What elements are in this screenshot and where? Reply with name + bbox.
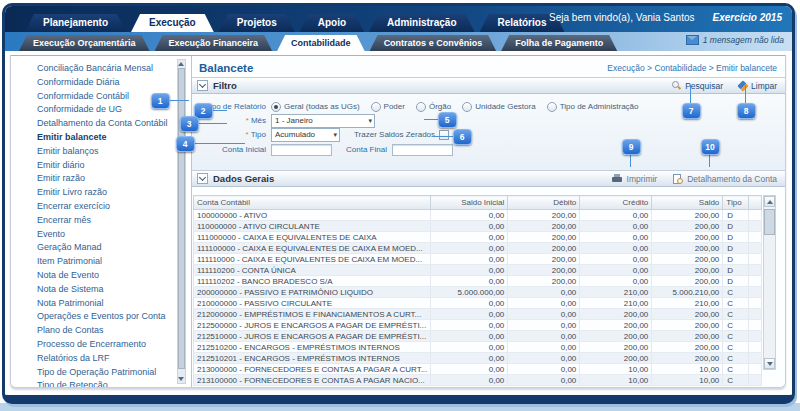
cell: 0,00: [431, 364, 508, 375]
scroll-down-button[interactable]: [764, 358, 775, 369]
type-select[interactable]: Acumulado ▾: [271, 128, 340, 142]
table-row[interactable]: 213000000 - FORNECEDORES E CONTAS A PAGA…: [194, 364, 762, 375]
table-row[interactable]: 110000000 - ATIVO CIRCULANTE0,00200,000,…: [194, 221, 762, 232]
radio-option-poder[interactable]: Poder: [371, 102, 405, 112]
cell: D: [723, 232, 749, 243]
table-row[interactable]: 111100000 - CAIXA E EQUIVALENTES DE CAIX…: [194, 243, 762, 254]
cell: 200,00: [652, 265, 723, 276]
top-menu-tab-apoio[interactable]: Apoio: [300, 14, 364, 32]
table-row[interactable]: 212000000 - EMPRÉSTIMOS E FINANCIAMENTOS…: [194, 309, 762, 320]
radio-icon: [462, 102, 472, 112]
subtab-contratos-e-convenios[interactable]: Contratos e Convênios: [370, 35, 497, 51]
scroll-up-arrow-icon[interactable]: [178, 62, 184, 66]
sidebar-item-tipo-de-retencao[interactable]: Tipo de Retenção: [37, 379, 177, 388]
cell: 111110000 - CAIXA E EQUIVALENTES DE CAIX…: [194, 254, 431, 265]
account-detail-label: Detalhamento da Conta: [687, 174, 777, 184]
scroll-down-arrow-icon[interactable]: [178, 377, 184, 381]
sidebar-item-geracao-manad[interactable]: Geração Manad: [37, 241, 177, 255]
unread-message-link[interactable]: 1 mensagem não lida: [686, 35, 784, 45]
radio-option-orgao[interactable]: Órgão: [416, 102, 451, 112]
cell: 200,00: [580, 331, 652, 342]
callout-badge-7: 7: [682, 103, 701, 119]
table-row[interactable]: 111110200 - CONTA ÚNICA0,00200,000,00200…: [194, 265, 762, 276]
cell: 5.000.210,00: [652, 287, 723, 298]
cell: C: [723, 309, 749, 320]
table-row[interactable]: 212510000 - JUROS E ENCARGOS A PAGAR DE …: [194, 331, 762, 342]
sidebar-item-emitir-razao[interactable]: Emitir razão: [37, 172, 177, 186]
sidebar-item-item-patrimonial[interactable]: Item Patrimonial: [37, 255, 177, 269]
subtab-contabilidade[interactable]: Contabilidade: [277, 35, 365, 51]
sidebar-item-plano-de-contas[interactable]: Plano de Contas: [37, 324, 177, 338]
table-row[interactable]: 111110202 - BANCO BRADESCO S/A0,00200,00…: [194, 276, 762, 287]
accounts-table: Conta ContábilSaldo InicialDébitoCrédito…: [193, 195, 762, 386]
callout-line-3: [197, 123, 227, 124]
table-row[interactable]: 210000000 - PASSIVO CIRCULANTE0,000,0021…: [194, 298, 762, 309]
table-row[interactable]: 212510200 - ENCARGOS - EMPRÉSTIMOS INTER…: [194, 342, 762, 353]
sidebar-item-evento[interactable]: Evento: [37, 228, 177, 242]
table-row[interactable]: 111000000 - CAIXA E EQUIVALENTES DE CAIX…: [194, 232, 762, 243]
sidebar-item-relatorios-da-lrf[interactable]: Relatórios da LRF: [37, 352, 177, 366]
sidebar-item-nota-de-sistema[interactable]: Nota de Sistema: [37, 283, 177, 297]
subtab-execucao-financeira[interactable]: Execução Financeira: [155, 35, 273, 51]
top-menu-tab-execucao[interactable]: Execução: [131, 14, 214, 32]
account-start-input[interactable]: [271, 144, 332, 156]
cell: 10,00: [652, 364, 723, 375]
table-scrollbar[interactable]: [763, 195, 776, 370]
cell: 0,00: [508, 331, 580, 342]
callout-badge-5: 5: [438, 112, 457, 128]
sidebar-item-emitir-diario[interactable]: Emitir diário: [37, 159, 177, 173]
table-row[interactable]: 213100000 - FORNECEDORES E CONTAS A PAGA…: [194, 375, 762, 386]
cell: 111100000 - CAIXA E EQUIVALENTES DE CAIX…: [194, 243, 431, 254]
top-menu-tab-administracao[interactable]: Administração: [369, 14, 474, 32]
sidebar-scrollbar-thumb[interactable]: [178, 68, 185, 369]
account-end-input[interactable]: [392, 144, 453, 156]
sidebar-item-encerrar-mes[interactable]: Encerrar mês: [37, 214, 177, 228]
sidebar-item-emitir-livro-razao[interactable]: Emitir Livro razão: [37, 186, 177, 200]
top-menu-tab-projetos[interactable]: Projetos: [219, 14, 295, 32]
cell: 200,00: [652, 320, 723, 331]
table-row[interactable]: 100000000 - ATIVO0,00200,000,00200,00D: [194, 210, 762, 221]
table-wrap: Conta ContábilSaldo InicialDébitoCrédito…: [193, 195, 776, 386]
cell: 0,00: [580, 243, 652, 254]
sidebar-item-tipo-de-operacao-patrimonial[interactable]: Tipo de Operação Patrimonial: [37, 366, 177, 380]
cell: 200,00: [580, 353, 652, 364]
breadcrumb: Execução > Contabilidade > Emitir balanc…: [607, 63, 777, 73]
month-select[interactable]: 1 - Janeiro ▾: [271, 114, 375, 128]
cell-filler: [749, 375, 762, 386]
sidebar-item-nota-de-evento[interactable]: Nota de Evento: [37, 269, 177, 283]
sidebar-scrollbar[interactable]: [177, 59, 186, 384]
subtab-execucao-orcamentaria[interactable]: Execução Orçamentária: [19, 35, 150, 51]
sidebar-item-conciliacao-bancaria-mensal[interactable]: Conciliação Bancária Mensal: [37, 62, 177, 76]
table-row[interactable]: 212500000 - JUROS E ENCARGOS A PAGAR DE …: [194, 320, 762, 331]
print-button[interactable]: Imprimir: [612, 174, 658, 184]
sidebar-item-encerrar-exercicio[interactable]: Encerrar exercício: [37, 200, 177, 214]
radio-option-geral-todas-as-ugs[interactable]: Geral (todas as UGs): [271, 102, 360, 112]
radio-option-unidade-gestora[interactable]: Unidade Gestora: [462, 102, 535, 112]
table-row[interactable]: 200000000 - PASSIVO E PATRIMÔNIO LIQUIDO…: [194, 287, 762, 298]
scroll-up-button[interactable]: [764, 196, 775, 207]
table-scrollbar-thumb[interactable]: [764, 209, 775, 235]
cell: 10,00: [580, 364, 652, 375]
callout-line-2: [211, 110, 227, 111]
sidebar-item-emitir-balancete[interactable]: Emitir balancete: [37, 131, 177, 145]
radio-option-tipo-de-administracao[interactable]: Tipo de Administração: [547, 102, 639, 112]
filter-collapse-button[interactable]: [197, 80, 208, 91]
cell: 213000000 - FORNECEDORES E CONTAS A PAGA…: [194, 364, 431, 375]
top-menu-tab-planejamento[interactable]: Planejamento: [25, 14, 126, 32]
table-row[interactable]: 212510201 - ENCARGOS - EMPRÉSTIMOS INTER…: [194, 353, 762, 364]
subtab-folha-de-pagamento[interactable]: Folha de Pagamento: [501, 35, 617, 51]
sidebar-item-detalhamento-da-conta-contabil[interactable]: Detalhamento da Conta Contábil: [37, 117, 177, 131]
cell: D: [723, 210, 749, 221]
zero-balances-checkbox[interactable]: [439, 130, 449, 140]
sidebar-item-emitir-balancos[interactable]: Emitir balanços: [37, 145, 177, 159]
sidebar-item-nota-patrimonial[interactable]: Nota Patrimonial: [37, 297, 177, 311]
data-collapse-button[interactable]: [197, 173, 208, 184]
sidebar-item-operacoes-e-eventos-por-conta[interactable]: Operações e Eventos por Conta: [37, 310, 177, 324]
content-box: Conciliação Bancária MensalConformidade …: [10, 55, 786, 388]
account-detail-button[interactable]: Detalhamento da Conta: [673, 174, 777, 184]
search-button[interactable]: Pesquisar: [672, 81, 723, 91]
sidebar-item-processo-de-encerramento[interactable]: Processo de Encerramento: [37, 338, 177, 352]
table-row[interactable]: 111110000 - CAIXA E EQUIVALENTES DE CAIX…: [194, 254, 762, 265]
cell: 0,00: [508, 320, 580, 331]
sidebar-item-conformidade-diaria[interactable]: Conformidade Diária: [37, 76, 177, 90]
